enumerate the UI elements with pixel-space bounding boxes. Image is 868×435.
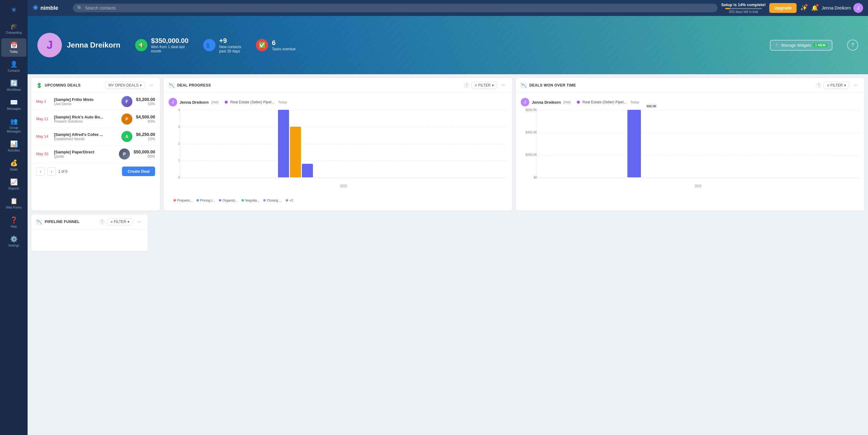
y-label-4: 4 (170, 108, 180, 112)
create-deal-button[interactable]: Create Deal (122, 167, 155, 176)
sidebar-item-label: Deals (10, 168, 18, 172)
sidebar-item-activities[interactable]: 📊 Activities (1, 137, 26, 155)
table-row[interactable]: May 14[Sample] Alfred's Cofee ...Establi… (31, 128, 160, 145)
table-row[interactable]: May 1[Sample] Fritto MistoLive DemoF$3,2… (31, 93, 160, 111)
legend-dot (263, 199, 266, 202)
won-bar-group (627, 110, 641, 177)
won-bar-value: 600.0K (647, 105, 656, 108)
legend-label: Closing ... (267, 199, 282, 202)
deal-stage: Established Needs (54, 137, 118, 141)
y-label-1: 1 (170, 158, 180, 162)
deal-date: May 14 (36, 134, 50, 139)
sidebar-item-help[interactable]: ❓ Help (1, 213, 26, 232)
deals-won-widget: 📉 DEALS WON OVER TIME ? ≡ FILTER ▾ ··· (516, 78, 864, 211)
deal-progress-filter[interactable]: ≡ FILTER ▾ (471, 82, 497, 89)
setup-progress-fill (725, 8, 731, 9)
sidebar-item-messages[interactable]: ✉️ Messages (1, 95, 26, 114)
hero-content: J Jenna Dreikorn 💵 $350,000.00 Won from … (28, 16, 868, 74)
search-bar[interactable]: 🔍 Search contacts (73, 4, 717, 12)
table-row[interactable]: May 20[Sample] PaperDirectQuoteP$50,000.… (31, 145, 160, 163)
deals-more-button[interactable]: ··· (148, 82, 155, 89)
deals-won-icon: 📉 (521, 83, 527, 88)
bar-yellow (290, 127, 301, 177)
deal-progress-more[interactable]: ··· (500, 82, 507, 89)
table-row[interactable]: May 11[Sample] Rick's Auto Bo...Present … (31, 111, 160, 128)
bell-icon[interactable]: 🔔 (811, 5, 818, 11)
legend-item: Negotia... (242, 199, 259, 202)
pipeline-funnel-icon: 📉 (36, 219, 42, 225)
deal-progress-help[interactable]: ? (464, 83, 469, 88)
deals-won-filter[interactable]: ≡ FILTER ▾ (824, 82, 849, 89)
deals-icon: 💰 (10, 159, 18, 167)
deal-stage: Live Demo (54, 102, 118, 106)
deal-progress-controls: ≡ FILTER ▾ ··· (471, 82, 507, 89)
deal-progress-chart-area: J Jenna Dreikorn (me) Real Estate (Selle… (164, 93, 512, 211)
next-page-button[interactable]: › (47, 167, 56, 176)
topbar: ✳ nimble 🔍 Search contacts Setup is 14% … (28, 0, 868, 16)
won-x-label: 2023 (537, 184, 860, 188)
sidebar-item-deals[interactable]: 💰 Deals (1, 156, 26, 175)
deal-amount-value: $4,500.00 (136, 114, 155, 119)
contacts-label1: New contacts (219, 45, 241, 49)
help-circle-button[interactable]: ? (847, 39, 858, 51)
prev-page-button[interactable]: ‹ (36, 167, 45, 176)
sidebar-item-workflows[interactable]: 🔄 Workflows (1, 77, 26, 95)
sidebar-item-label: Activities (8, 149, 20, 152)
settings-icon: ⚙️ (10, 235, 18, 243)
pipeline-funnel-more[interactable]: ··· (135, 219, 143, 225)
deal-stage: Quote (54, 154, 115, 158)
deal-pct: 60% (136, 119, 155, 124)
new-badge: 1 NEW (813, 43, 828, 47)
sidebar-item-web-forms[interactable]: 📋 Web Forms (1, 194, 26, 212)
deals-label2: month (151, 49, 188, 53)
bar-blue-2 (302, 164, 313, 177)
sidebar-item-onboarding[interactable]: 🎓 Onboarding (1, 19, 26, 38)
x-label-2023: 2023 (180, 184, 507, 188)
sidebar-item-label: Group Messages (3, 126, 25, 134)
hero-stat-contacts-text: +9 New contacts past 30 days (219, 37, 241, 53)
search-icon: 🔍 (77, 5, 83, 10)
legend-item: +2 (286, 199, 293, 202)
deals-won-help[interactable]: ? (816, 83, 821, 88)
topbar-user[interactable]: Jenna Dreikorn J (822, 3, 863, 13)
sidebar-item-group-messages[interactable]: 👥 Group Messages (1, 114, 26, 137)
deals-list: May 1[Sample] Fritto MistoLive DemoF$3,2… (31, 93, 160, 163)
sidebar-item-contacts[interactable]: 👤 Contacts (1, 57, 26, 76)
deal-progress-user-row: J Jenna Dreikorn (me) Real Estate (Selle… (168, 98, 507, 107)
manage-widgets-button[interactable]: ⚙️ Manage Widgets 1 NEW (770, 40, 832, 51)
deal-progress-title: DEAL PROGRESS (177, 83, 460, 87)
sidebar-item-reports[interactable]: 📈 Reports (1, 175, 26, 194)
deal-amount: $4,500.0060% (136, 114, 155, 124)
hero-stat-deals: 💵 $350,000.00 Won from 1 deal last month (135, 37, 188, 53)
legend-label: Organizi... (222, 199, 238, 202)
won-y-label-400: $400.0K (522, 131, 537, 134)
pipeline-funnel-help[interactable]: ? (100, 219, 104, 224)
legend-item: Closing ... (263, 199, 282, 202)
upgrade-button[interactable]: Upgrade (769, 3, 797, 13)
pipeline-funnel-filter[interactable]: ≡ FILTER ▾ (107, 218, 132, 226)
deal-progress-icon: 📉 (168, 83, 175, 88)
deal-amount-value: $50,000.00 (134, 149, 155, 154)
deal-progress-legend: Preparin...Pricing t...Organizi...Negoti… (168, 196, 507, 206)
group-messages-icon: 👥 (10, 117, 18, 125)
reports-icon: 📈 (10, 178, 18, 185)
hero-stat-tasks-text: 6 Tasks overdue (272, 39, 296, 51)
won-y-label-200: $200.0K (522, 153, 537, 156)
deal-avatar: A (121, 131, 132, 142)
sidebar-item-settings[interactable]: ⚙️ Settings (1, 232, 26, 251)
stars-icon[interactable]: ✨ (800, 5, 807, 11)
deal-name: [Sample] Fritto Misto (54, 97, 118, 102)
deals-won-controls: ≡ FILTER ▾ ··· (824, 82, 860, 89)
sidebar-item-label: Reports (8, 187, 19, 191)
y-label-3: 3 (170, 125, 180, 128)
sidebar-item-label: Today (10, 50, 18, 54)
chevron-down-icon: ▾ (492, 83, 494, 87)
workflows-icon: 🔄 (10, 80, 18, 87)
deals-won-user-row: J Jenna Dreikorn (me) Real Estate (Selle… (521, 98, 860, 107)
deals-filter-button[interactable]: MY OPEN DEALS ▾ (105, 82, 145, 89)
deals-won-more[interactable]: ··· (852, 82, 860, 89)
sidebar-item-today[interactable]: 📅 Today (1, 38, 26, 57)
won-grid-line-mid1 (537, 133, 860, 133)
chevron-down-icon: ▾ (127, 220, 129, 224)
deals-won-title: DEALS WON OVER TIME (529, 83, 812, 87)
